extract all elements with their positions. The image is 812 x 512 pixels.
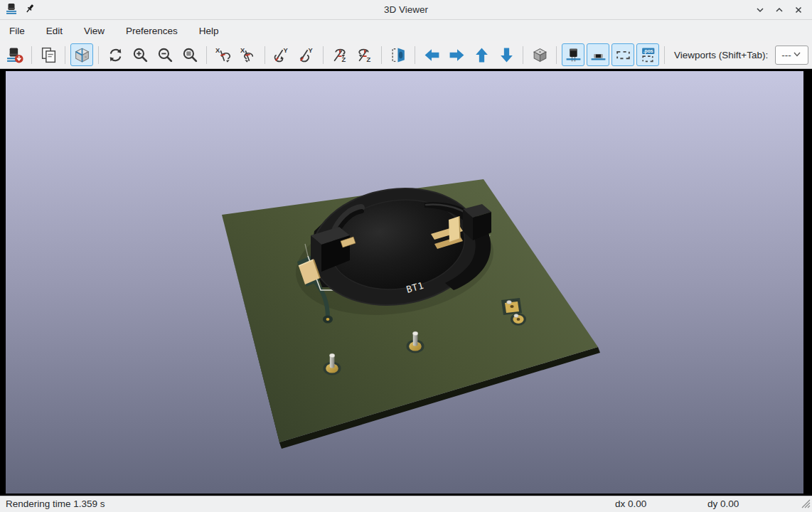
viewports-dropdown-value: ---: [781, 50, 791, 60]
3d-viewport: BT1: [0, 69, 812, 496]
svg-text:X: X: [240, 47, 245, 54]
copy-image-icon: [40, 46, 58, 64]
redraw-icon: [107, 46, 124, 64]
orthographic-projection-toggle[interactable]: [528, 43, 551, 66]
svg-text:Y: Y: [308, 47, 313, 54]
toolbar: X X Y Y: [0, 41, 812, 69]
toolbar-separator: [265, 46, 265, 64]
th-component-icon: [565, 46, 582, 64]
app-icon: [6, 2, 18, 17]
dx-readout: dx 0.00: [615, 498, 646, 509]
menu-file[interactable]: File: [1, 23, 33, 39]
menu-bar: File Edit View Preferences Help: [0, 20, 812, 41]
show-pos-models-toggle[interactable]: .pos: [636, 43, 659, 66]
show-th-models-toggle[interactable]: [562, 43, 584, 66]
reload-board-button[interactable]: [4, 43, 26, 66]
th-pad-square: [501, 298, 522, 315]
zoom-out-icon: [156, 46, 174, 64]
svg-text:.pos: .pos: [643, 48, 653, 54]
toolbar-separator: [31, 46, 32, 64]
rotate-z-cw-icon: Z: [331, 46, 349, 64]
svg-text:X: X: [215, 47, 220, 54]
zoom-fit-button[interactable]: [178, 43, 201, 66]
ortho-cube-icon: [531, 46, 549, 64]
redraw-button[interactable]: [104, 43, 127, 66]
status-bar: Rendering time 1.359 s dx 0.00 dy 0.00: [0, 496, 812, 512]
rotate-y-cw-button[interactable]: Y: [270, 43, 293, 66]
rotate-y-ccw-icon: Y: [298, 46, 316, 64]
rotate-x-cw-icon: X: [215, 46, 233, 64]
dy-readout: dy 0.00: [707, 498, 739, 509]
menu-edit[interactable]: Edit: [38, 23, 70, 39]
svg-text:Y: Y: [283, 47, 288, 54]
3d-canvas[interactable]: BT1: [0, 69, 812, 496]
raytracing-cube-icon: [73, 46, 91, 64]
zoom-out-button[interactable]: [154, 43, 176, 66]
window-title: 3D Viewer: [0, 4, 812, 15]
rotate-y-ccw-button[interactable]: Y: [295, 43, 318, 66]
arrow-left-icon: [423, 46, 441, 64]
move-left-button[interactable]: [420, 43, 443, 66]
rotate-z-ccw-button[interactable]: Z: [353, 43, 376, 66]
toolbar-separator: [664, 46, 665, 64]
copy-image-button[interactable]: [37, 43, 60, 66]
rotate-z-ccw-icon: Z: [356, 46, 374, 64]
zoom-fit-icon: [181, 46, 199, 64]
svg-text:Z: Z: [366, 55, 370, 63]
minimize-button[interactable]: [754, 4, 766, 16]
menu-view[interactable]: View: [76, 23, 112, 39]
flip-board-icon: [390, 46, 407, 64]
toolbar-separator: [556, 46, 557, 64]
viewports-label: Viewports (Shift+Tab):: [674, 50, 768, 60]
title-bar: 3D Viewer: [0, 0, 812, 20]
smd-component-icon: [589, 46, 607, 64]
move-right-button[interactable]: [445, 43, 468, 66]
toolbar-separator: [381, 46, 382, 64]
rotate-x-ccw-button[interactable]: X: [237, 43, 260, 66]
move-down-button[interactable]: [495, 43, 518, 66]
chevron-down-icon: [792, 49, 802, 61]
menu-preferences[interactable]: Preferences: [118, 23, 186, 39]
toolbar-separator: [523, 46, 523, 64]
show-smd-models-toggle[interactable]: [587, 43, 609, 66]
close-button[interactable]: [792, 4, 805, 16]
toolbar-separator: [415, 46, 415, 64]
rotate-z-cw-button[interactable]: Z: [328, 43, 351, 66]
flip-board-button[interactable]: [387, 43, 410, 66]
zoom-in-button[interactable]: [129, 43, 151, 66]
toolbar-separator: [65, 46, 65, 64]
maximize-button[interactable]: [773, 4, 786, 16]
pin-icon[interactable]: [24, 3, 36, 16]
rotate-x-ccw-icon: X: [240, 46, 257, 64]
arrow-right-icon: [448, 46, 466, 64]
pos-file-icon: .pos: [639, 46, 657, 64]
arrow-down-icon: [498, 46, 515, 64]
zoom-in-icon: [132, 46, 149, 64]
viewports-dropdown[interactable]: ---: [775, 46, 808, 65]
show-virtual-models-toggle[interactable]: [611, 43, 634, 66]
rotate-y-cw-icon: Y: [273, 46, 291, 64]
toolbar-separator: [323, 46, 324, 64]
virtual-component-icon: [614, 46, 632, 64]
svg-text:Z: Z: [341, 55, 346, 63]
raytracing-toggle[interactable]: [70, 43, 93, 66]
resize-grip-icon[interactable]: [800, 498, 811, 511]
toolbar-separator: [98, 46, 99, 64]
menu-help[interactable]: Help: [191, 23, 227, 39]
th-pad-round: [511, 313, 526, 326]
toolbar-separator: [206, 46, 207, 64]
reload-board-icon: [6, 46, 24, 64]
rendering-time: Rendering time 1.359 s: [6, 498, 105, 509]
rotate-x-cw-button[interactable]: X: [212, 43, 235, 66]
move-up-button[interactable]: [470, 43, 493, 66]
arrow-up-icon: [473, 46, 491, 64]
